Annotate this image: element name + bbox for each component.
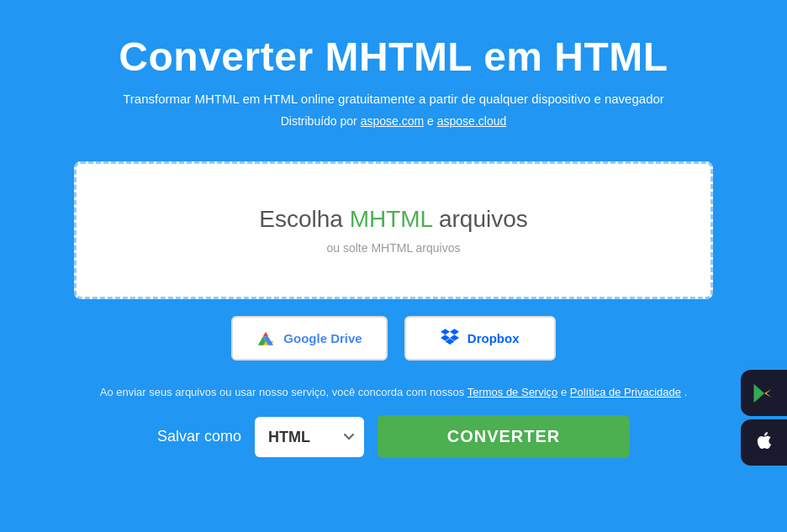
aspose-com-link[interactable]: aspose.com [361,114,424,128]
app-badges [741,370,787,466]
convert-button[interactable]: CONVERTER [378,415,630,458]
upload-dropzone[interactable]: Escolha MHTML arquivos ou solte MHTML ar… [74,161,713,299]
apple-store-badge[interactable] [741,419,787,466]
privacy-policy-link[interactable]: Política de Privacidade [570,386,681,398]
credits: Distribuído por aspose.com e aspose.clou… [281,114,507,128]
google-play-icon [752,381,777,406]
upload-title-part1: Escolha [259,206,349,232]
terms-conjunction: e [561,386,570,398]
terms-of-service-link[interactable]: Termos de Serviço [467,386,558,398]
upload-subtitle: ou solte MHTML arquivos [102,241,685,255]
credits-conjunction: e [427,114,437,128]
google-drive-label: Google Drive [283,331,362,345]
dropbox-button[interactable]: Dropbox [404,316,556,361]
apple-icon [753,430,775,456]
upload-title: Escolha MHTML arquivos [102,206,685,233]
terms-text: Ao enviar seus arquivos ou usar nosso se… [100,386,688,398]
terms-prefix: Ao enviar seus arquivos ou usar nosso se… [100,386,467,398]
upload-title-highlight: MHTML [350,206,433,232]
google-drive-icon [256,329,275,348]
page-title: Converter MHTML em HTML [119,34,668,80]
main-container: Converter MHTML em HTML Transformar MHTM… [0,0,787,483]
google-drive-button[interactable]: Google Drive [231,316,387,361]
format-select[interactable]: HTML MHTML PDF DOCX [255,417,364,457]
aspose-cloud-link[interactable]: aspose.cloud [437,114,507,128]
terms-suffix: . [684,386,688,398]
cloud-buttons-container: Google Drive Dropbox [231,316,555,361]
subtitle: Transformar MHTML em HTML online gratuit… [123,92,664,106]
dropbox-icon [441,328,459,349]
bottom-bar: Salvar como HTML MHTML PDF DOCX CONVERTE… [157,415,630,458]
upload-title-part2: arquivos [432,206,528,232]
save-as-label: Salvar como [157,428,241,445]
credits-prefix: Distribuído por [281,114,361,128]
google-play-badge[interactable] [741,370,787,416]
dropbox-label: Dropbox [467,331,520,345]
